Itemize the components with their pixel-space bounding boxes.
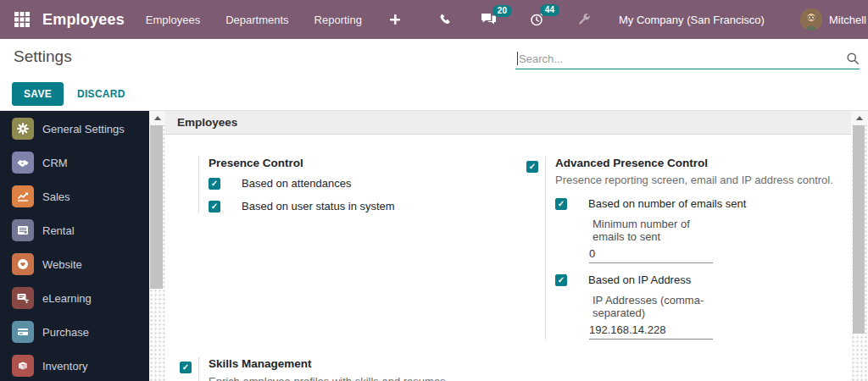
setting-left-pane: [180, 357, 198, 381]
cp-buttons: SAVE DISCARD: [12, 82, 125, 106]
sidebar-item-inventory[interactable]: Inventory: [0, 349, 149, 381]
menu-employees[interactable]: Employees: [133, 0, 213, 39]
current-app-title: Employees: [42, 11, 125, 29]
advanced-presence-description: Presence reporting screen, email and IP …: [555, 174, 844, 187]
sidebar-scrollbar-thumb[interactable]: [150, 125, 163, 289]
sidebar-item-label: Sales: [42, 190, 70, 203]
option-row: Based on user status in system: [209, 200, 526, 213]
sidebar-scrollbar: [149, 111, 165, 381]
menu-departments[interactable]: Departments: [213, 0, 301, 39]
emails-sent-label[interactable]: Based on number of emails sent: [588, 197, 746, 210]
user-status-label[interactable]: Based on user status in system: [242, 200, 395, 213]
settings-content: Employees Presence Control Based on atte…: [165, 111, 851, 381]
setting-right-pane: Presence Control Based on attendances Ba…: [198, 157, 526, 213]
tools-wrench-icon[interactable]: [568, 13, 600, 26]
chart-icon: [12, 185, 34, 207]
search-bar: [515, 48, 860, 69]
sidebar-item-website[interactable]: Website: [0, 247, 149, 281]
user-avatar: [800, 8, 822, 30]
advanced-presence-checkbox[interactable]: [526, 161, 538, 173]
skills-management-description: Enrich employee profiles with skills and…: [209, 375, 526, 381]
main-area: General Settings CRM Sales Rental: [0, 110, 868, 381]
emails-sent-checkbox[interactable]: [555, 198, 567, 210]
sidebar-item-label: Website: [42, 258, 82, 271]
save-button[interactable]: SAVE: [12, 82, 64, 106]
sidebar-item-label: Purchase: [42, 326, 89, 339]
section-header: Employees: [165, 111, 851, 135]
search-input[interactable]: [515, 51, 846, 67]
gear-icon: [12, 118, 34, 140]
company-switcher[interactable]: My Company (San Francisco): [619, 14, 765, 26]
sidebar-item-sales[interactable]: Sales: [0, 179, 149, 213]
globe-icon: [12, 253, 34, 275]
settings-grid: Presence Control Based on attendances Ba…: [165, 135, 851, 381]
option-row: Based on attendances: [209, 177, 526, 190]
advanced-presence-title: Advanced Presence Control: [555, 157, 844, 170]
scroll-up-arrow[interactable]: [149, 111, 165, 124]
skills-management-box: Skills Management Enrich employee profil…: [180, 357, 526, 381]
sidebar-item-general-settings[interactable]: General Settings: [0, 112, 149, 146]
discard-button[interactable]: DISCARD: [77, 88, 125, 100]
ip-address-checkbox[interactable]: [555, 274, 567, 286]
odoo-settings-page: Employees Employees Departments Reportin…: [0, 0, 868, 381]
sidebar-item-crm[interactable]: CRM: [0, 146, 149, 179]
presence-control-title: Presence Control: [209, 157, 526, 170]
content-scrollbar-thumb[interactable]: [853, 125, 865, 334]
handshake-icon: [12, 152, 34, 174]
skills-management-checkbox[interactable]: [180, 362, 192, 373]
setting-left-pane: [526, 157, 545, 340]
apps-grid-icon[interactable]: [14, 10, 31, 29]
presentation-icon: [12, 287, 34, 309]
text-caret: [517, 52, 518, 65]
sidebar-item-elearning[interactable]: eLearning: [0, 281, 149, 315]
list-icon: [12, 219, 34, 241]
phone-icon[interactable]: [429, 13, 461, 26]
ip-addresses-input[interactable]: [589, 321, 713, 340]
ip-addresses-label: IP Addresses (comma-separated): [589, 294, 716, 319]
systray: 20 44: [380, 12, 600, 27]
sidebar-item-label: CRM: [42, 157, 68, 169]
page-title: Settings: [14, 47, 72, 66]
menu-reporting[interactable]: Reporting: [302, 0, 375, 39]
sidebar-item-label: Rental: [42, 224, 75, 237]
sidebar-item-rental[interactable]: Rental: [0, 213, 149, 247]
app-menu: Employees Departments Reporting: [133, 0, 375, 39]
setting-right-pane: Skills Management Enrich employee profil…: [198, 357, 526, 381]
sidebar-item-purchase[interactable]: Purchase: [0, 315, 149, 349]
control-panel: Settings SAVE DISCARD: [0, 39, 868, 110]
option-row: Based on number of emails sent: [555, 197, 844, 210]
search-icon[interactable]: [846, 52, 860, 65]
messages-count-badge: 20: [492, 5, 512, 17]
attendances-checkbox[interactable]: [209, 178, 220, 190]
attendances-label[interactable]: Based on attendances: [242, 177, 351, 190]
presence-control-box: Presence Control Based on attendances Ba…: [180, 157, 526, 213]
messages-icon[interactable]: 20: [471, 13, 507, 26]
min-emails-label: Minimum number of emails to sent: [589, 218, 716, 243]
sidebar-item-label: General Settings: [42, 123, 125, 135]
advanced-presence-box: Advanced Presence Control Presence repor…: [526, 157, 844, 340]
sidebar-item-label: eLearning: [42, 292, 92, 305]
ip-address-label[interactable]: Based on IP Address: [588, 273, 691, 286]
sidebar-item-label: Inventory: [42, 360, 87, 373]
user-menu[interactable]: Mitchell Admin: [800, 8, 868, 30]
setting-left-pane: [180, 157, 198, 213]
min-emails-field-group: Minimum number of emails to sent: [589, 218, 716, 263]
user-name: Mitchell Admin: [829, 14, 868, 26]
content-scrollbar: [851, 111, 868, 381]
plus-icon[interactable]: [380, 14, 410, 25]
setting-right-pane: Advanced Presence Control Presence repor…: [545, 157, 844, 340]
skills-management-title: Skills Management: [209, 357, 526, 371]
user-status-checkbox[interactable]: [209, 201, 220, 213]
scroll-up-arrow[interactable]: [851, 111, 868, 124]
option-row: Based on IP Address: [555, 273, 844, 286]
card-icon: [12, 321, 34, 343]
min-emails-input[interactable]: [589, 245, 713, 263]
settings-sidebar: General Settings CRM Sales Rental: [0, 111, 149, 381]
activities-count-badge: 44: [540, 4, 559, 16]
box-icon: [12, 355, 34, 377]
ip-addresses-field-group: IP Addresses (comma-separated): [589, 294, 716, 340]
top-navbar: Employees Employees Departments Reportin…: [0, 0, 868, 39]
activities-clock-icon[interactable]: 44: [520, 12, 554, 27]
